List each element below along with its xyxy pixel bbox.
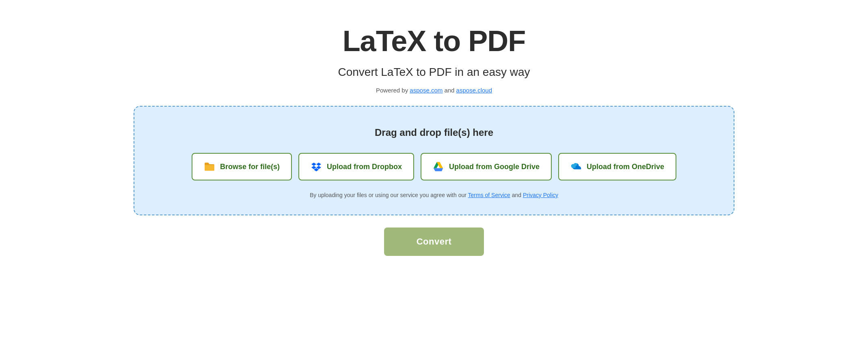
- google-drive-icon: [433, 161, 444, 172]
- privacy-policy-link[interactable]: Privacy Policy: [523, 192, 558, 198]
- aspose-com-link[interactable]: aspose.com: [410, 87, 443, 94]
- dropbox-upload-button[interactable]: Upload from Dropbox: [298, 153, 414, 180]
- google-drive-label: Upload from Google Drive: [449, 163, 540, 171]
- terms-of-service-link[interactable]: Terms of Service: [468, 192, 510, 198]
- dropbox-label: Upload from Dropbox: [327, 163, 402, 171]
- aspose-cloud-link[interactable]: aspose.cloud: [456, 87, 492, 94]
- google-drive-upload-button[interactable]: Upload from Google Drive: [421, 153, 552, 180]
- terms-text: By uploading your files or using our ser…: [310, 192, 558, 198]
- drop-zone-title: Drag and drop file(s) here: [375, 127, 493, 138]
- page-subtitle: Convert LaTeX to PDF in an easy way: [338, 66, 530, 79]
- upload-buttons-row: Browse for file(s) Upload from Dropbox: [192, 153, 676, 180]
- browse-files-button[interactable]: Browse for file(s): [192, 153, 292, 180]
- drop-zone[interactable]: Drag and drop file(s) here Browse for fi…: [134, 106, 734, 215]
- convert-button[interactable]: Convert: [384, 228, 484, 256]
- dropbox-icon: [311, 161, 322, 172]
- onedrive-icon: [570, 161, 582, 172]
- onedrive-label: Upload from OneDrive: [587, 163, 664, 171]
- browse-files-label: Browse for file(s): [220, 163, 280, 171]
- onedrive-upload-button[interactable]: Upload from OneDrive: [558, 153, 676, 180]
- folder-icon: [204, 161, 215, 172]
- page-title: LaTeX to PDF: [343, 24, 526, 58]
- powered-by-text: Powered by aspose.com and aspose.cloud: [376, 87, 492, 94]
